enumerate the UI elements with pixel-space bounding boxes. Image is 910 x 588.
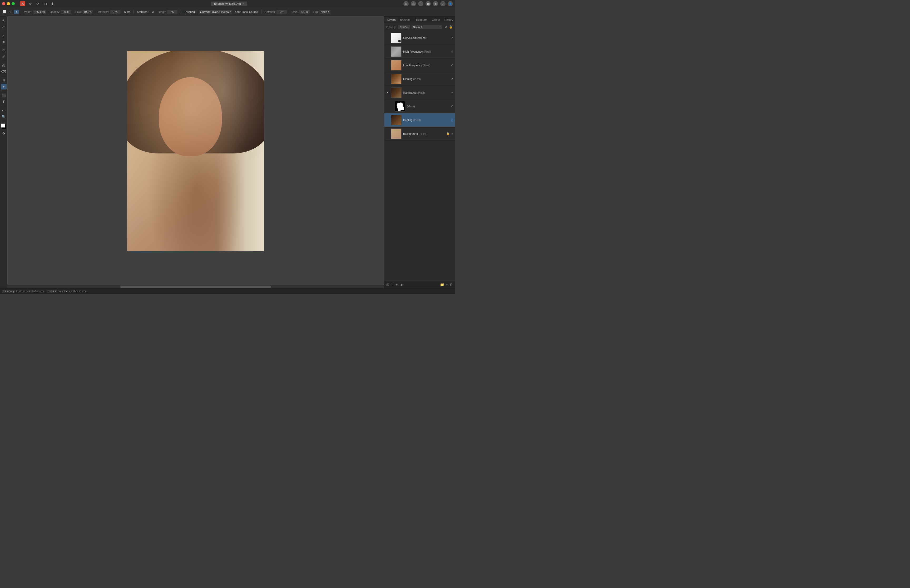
tool-lasso[interactable]: ⤵ bbox=[9, 10, 13, 14]
layer-visibility-lowfreq[interactable]: ✓ bbox=[451, 63, 453, 67]
layer-item-cloning[interactable]: Cloning (Pixel) ✓ bbox=[384, 72, 455, 86]
pen-tool[interactable]: ✐ bbox=[1, 54, 6, 60]
adj-icon[interactable]: ◑ bbox=[400, 283, 402, 287]
sync-icon[interactable]: ⟳ bbox=[35, 1, 40, 6]
opacity-value[interactable]: 20 % bbox=[61, 10, 71, 14]
folder-icon[interactable]: 📁 bbox=[440, 283, 444, 287]
layer-collapse-eyeflipped[interactable]: ▾ bbox=[386, 91, 390, 94]
add-global-source-button[interactable]: Add Global Source bbox=[233, 10, 259, 14]
file-tab[interactable]: retouch_wt (150.0%) × bbox=[211, 2, 247, 6]
width-label: Width: bbox=[24, 10, 32, 13]
text-tool[interactable]: T bbox=[1, 99, 6, 105]
h-scrollbar-thumb[interactable] bbox=[120, 286, 271, 288]
photo-canvas[interactable] bbox=[127, 51, 264, 251]
aligned-check[interactable]: ✓ bbox=[183, 10, 185, 13]
flow-value[interactable]: 100 % bbox=[82, 10, 93, 14]
tab-history[interactable]: History bbox=[442, 17, 455, 22]
delete-layer-icon[interactable]: 🗑 bbox=[449, 283, 453, 287]
layer-visibility-eyeflipped[interactable]: ✓ bbox=[451, 91, 453, 94]
flip-dropdown[interactable]: None ▾ bbox=[319, 10, 330, 14]
export-icon[interactable]: ⤴ bbox=[440, 1, 446, 6]
layer-name-text: Cloning bbox=[403, 78, 412, 81]
length-value[interactable]: 35 bbox=[167, 10, 178, 14]
history-icon[interactable]: ↺ bbox=[28, 1, 33, 6]
opacity-input[interactable]: 100 % bbox=[398, 25, 410, 29]
tab-brushes[interactable]: Brushes bbox=[398, 17, 412, 22]
layer-item-curves[interactable]: Curves Adjustment ✓ bbox=[384, 31, 455, 45]
layer-item-eyeflipped[interactable]: ▾ eye flipped (Pixel) ✓ bbox=[384, 86, 455, 100]
add-layer-icon[interactable]: + bbox=[446, 283, 448, 287]
scale-value[interactable]: 100 % bbox=[299, 10, 310, 14]
rotation-field[interactable]: Rotation: 0 ° bbox=[263, 10, 288, 14]
layers-icon[interactable]: ⊞ bbox=[386, 283, 389, 287]
select-icon[interactable]: ⋯ bbox=[418, 1, 423, 6]
zoom-icon[interactable]: ⊡ bbox=[411, 1, 416, 6]
selection-tool[interactable]: ⬭ bbox=[1, 47, 6, 53]
share-icon[interactable]: ⬆ bbox=[50, 1, 55, 6]
brush-icon[interactable]: ⬤ bbox=[425, 1, 431, 6]
rotation-value[interactable]: 0 ° bbox=[276, 10, 287, 14]
stabiliser-icon[interactable]: ⌀ bbox=[151, 10, 155, 14]
canvas-wrapper[interactable] bbox=[7, 16, 384, 285]
layer-item-highfreq[interactable]: High Frequency (Pixel) ✓ bbox=[384, 45, 455, 58]
foreground-color[interactable] bbox=[1, 123, 5, 128]
layer-visibility-mask[interactable]: ✓ bbox=[451, 105, 453, 108]
blend-mode-dropdown[interactable]: Normal ▾ bbox=[412, 25, 442, 29]
mask-icon[interactable]: ◻ bbox=[391, 283, 394, 287]
file-tab-close[interactable]: × bbox=[242, 2, 244, 5]
width-value[interactable]: 155.1 px bbox=[33, 10, 46, 14]
maximize-button[interactable] bbox=[11, 2, 15, 5]
dodge-tool[interactable]: ⌫ bbox=[1, 69, 6, 74]
layer-visibility-curves[interactable]: ✓ bbox=[451, 36, 453, 39]
tool-healing-brush[interactable]: ✦ bbox=[14, 10, 19, 14]
opacity-field[interactable]: Opacity: 20 % bbox=[48, 10, 73, 14]
erase-tool[interactable]: ◈ bbox=[1, 39, 6, 44]
length-field[interactable]: Length 35 bbox=[157, 10, 179, 14]
more-button[interactable]: More bbox=[123, 10, 132, 14]
gear-icon[interactable]: ⚙ bbox=[444, 25, 448, 29]
color-circle[interactable]: ◑ bbox=[1, 130, 6, 136]
layer-item-healing[interactable]: Healing (Pixel) ☑ bbox=[384, 113, 455, 127]
color-swatch[interactable] bbox=[1, 123, 6, 129]
healing-tool active[interactable]: ✦ bbox=[1, 84, 6, 89]
window-controls[interactable] bbox=[2, 2, 15, 5]
layer-item-lowfreq[interactable]: Low Frequency (Pixel) ✓ bbox=[384, 58, 455, 72]
flip-field[interactable]: Flip: None ▾ bbox=[312, 10, 332, 14]
minimize-button[interactable] bbox=[7, 2, 10, 5]
smudge-tool[interactable]: ◎ bbox=[1, 62, 6, 68]
aligned-checkbox[interactable]: ✓ Aligned bbox=[183, 10, 195, 13]
tab-colour[interactable]: Colour bbox=[430, 17, 442, 22]
clone-tool[interactable]: ⌸ bbox=[1, 78, 6, 83]
stabiliser-toggle[interactable]: Stabiliser bbox=[136, 10, 150, 14]
width-field[interactable]: Width: 155.1 px bbox=[23, 10, 47, 14]
tab-layers[interactable]: Layers bbox=[385, 17, 398, 22]
tools-icon[interactable]: ⊞ bbox=[403, 1, 409, 6]
fx-icon[interactable]: ✦ bbox=[395, 283, 398, 287]
transform-tool[interactable]: ⤢ bbox=[1, 24, 6, 29]
close-button[interactable] bbox=[2, 2, 5, 5]
zoom-tool[interactable]: 🔍 bbox=[1, 114, 6, 120]
rewind-icon[interactable]: ⏮ bbox=[43, 1, 47, 6]
scale-field[interactable]: Scale: 100 % bbox=[289, 10, 311, 14]
layer-item-background[interactable]: Background (Pixel) 🔒 ✓ bbox=[384, 127, 455, 141]
hardness-value[interactable]: 0 % bbox=[110, 10, 121, 14]
move-tool[interactable]: ↖ bbox=[1, 17, 6, 23]
layer-item-mask[interactable]: (Mask) ✓ bbox=[384, 100, 455, 113]
fill-tool[interactable]: ⬛ bbox=[1, 92, 6, 98]
layer-list[interactable]: Curves Adjustment ✓ High Frequency (Pixe… bbox=[384, 31, 455, 281]
flow-field[interactable]: Flow: 100 % bbox=[74, 10, 94, 14]
layer-visibility-cloning[interactable]: ✓ bbox=[451, 77, 453, 81]
color-icon[interactable]: ◐ bbox=[433, 1, 438, 6]
lock-icon[interactable]: 🔒 bbox=[449, 25, 453, 29]
tab-histogram[interactable]: Histogram bbox=[412, 17, 430, 22]
hardness-field[interactable]: Hardness: 0 % bbox=[95, 10, 122, 14]
tool-rect[interactable]: ⬜ bbox=[2, 10, 8, 14]
sample-dropdown[interactable]: Current Layer & Below ▾ bbox=[199, 10, 233, 14]
paint-tool[interactable]: ∕ bbox=[1, 32, 6, 38]
layer-visibility-background[interactable]: ✓ bbox=[451, 132, 453, 135]
profile-icon[interactable]: 👤 bbox=[448, 1, 453, 6]
layer-visibility-healing[interactable]: ☑ bbox=[451, 118, 453, 121]
horizontal-scrollbar[interactable] bbox=[7, 285, 384, 288]
layer-visibility-highfreq[interactable]: ✓ bbox=[451, 50, 453, 53]
shape-tool[interactable]: ▭ bbox=[1, 107, 6, 113]
